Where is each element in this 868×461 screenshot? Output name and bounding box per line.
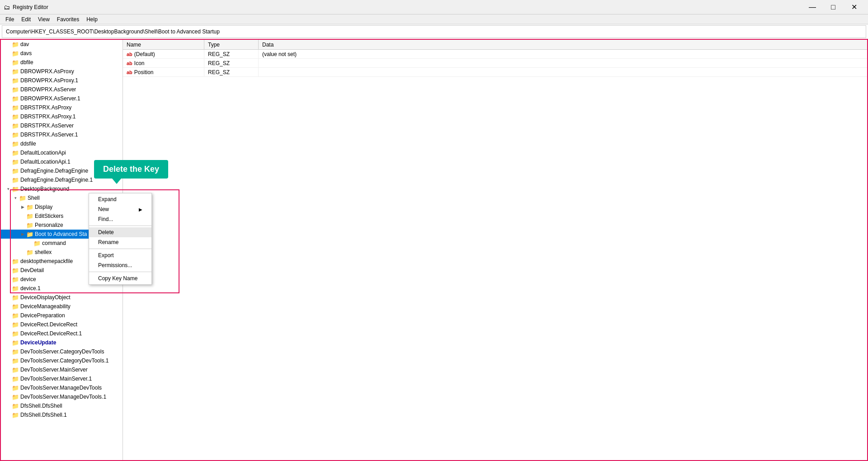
tree-item-devtools-cat1[interactable]: 📁 DevToolsServer.CategoryDevTools.1 xyxy=(1,356,123,365)
ctx-separator-2 xyxy=(89,249,151,249)
address-bar[interactable]: Computer\HKEY_CLASSES_ROOT\DesktopBackgr… xyxy=(2,25,866,38)
tree-item-dbrowprx-server1[interactable]: 📁 DBROWPRX.AsServer.1 xyxy=(1,94,123,103)
tree-item-deviceupdate[interactable]: 📁 DeviceUpdate xyxy=(1,338,123,347)
folder-icon: 📁 xyxy=(12,167,19,174)
ctx-expand[interactable]: Expand xyxy=(89,194,151,204)
ctx-find[interactable]: Find... xyxy=(89,214,151,224)
tree-item-devicedisplay[interactable]: 📁 DeviceDisplayObject xyxy=(1,293,123,302)
tree-item-dbrstprx-server1[interactable]: 📁 DBRSTPRX.AsServer.1 xyxy=(1,130,123,139)
ctx-rename[interactable]: Rename xyxy=(89,237,151,247)
address-path: Computer\HKEY_CLASSES_ROOT\DesktopBackgr… xyxy=(6,28,220,35)
tree-item-device1[interactable]: 📁 device.1 xyxy=(1,284,123,293)
cell-data xyxy=(259,59,867,67)
ctx-copy-key-name[interactable]: Copy Key Name xyxy=(89,273,151,283)
expand-icon xyxy=(5,167,12,174)
folder-icon: 📁 xyxy=(12,312,19,319)
ctx-export[interactable]: Export xyxy=(89,250,151,260)
expand-icon xyxy=(5,68,12,75)
col-name: Name xyxy=(123,40,204,49)
folder-icon: 📁 xyxy=(12,303,19,310)
tree-item-ddsfile[interactable]: 📁 ddsfile xyxy=(1,139,123,148)
folder-icon: 📁 xyxy=(26,221,33,229)
menu-help[interactable]: Help xyxy=(83,14,101,24)
tree-item-defaultlocationapi[interactable]: 📁 DefaultLocationApi xyxy=(1,148,123,157)
expand-icon xyxy=(5,158,12,165)
folder-icon: 📁 xyxy=(12,122,19,129)
expand-icon xyxy=(5,375,12,382)
folder-icon: 📁 xyxy=(12,149,19,156)
expand-icon xyxy=(5,411,12,419)
expand-icon xyxy=(5,77,12,84)
tree-label: DBRSTPRX.AsProxy xyxy=(20,104,71,111)
expand-icon xyxy=(26,240,33,247)
tree-label: DevToolsServer.ManageDevTools xyxy=(20,385,102,391)
ctx-delete[interactable]: Delete xyxy=(89,227,151,237)
expand-icon xyxy=(19,221,26,229)
tree-item-devicerect1[interactable]: 📁 DeviceRect.DeviceRect.1 xyxy=(1,329,123,338)
tree-item-devicerect[interactable]: 📁 DeviceRect.DeviceRect xyxy=(1,320,123,329)
tree-label: DevDetail xyxy=(20,267,44,273)
close-button[interactable]: ✕ xyxy=(844,0,864,14)
expand-icon xyxy=(5,393,12,400)
tree-item-dbrstprx-proxy[interactable]: 📁 DBRSTPRX.AsProxy xyxy=(1,103,123,112)
table-row[interactable]: ab Position REG_SZ xyxy=(123,68,867,77)
expand-icon xyxy=(5,285,12,292)
expand-icon: ▶ xyxy=(19,230,26,238)
tree-item-devtools-main1[interactable]: 📁 DevToolsServer.MainServer.1 xyxy=(1,374,123,383)
tree-item-dbrstprx-proxy1[interactable]: 📁 DBRSTPRX.AsProxy.1 xyxy=(1,112,123,121)
folder-icon: 📁 xyxy=(12,411,19,419)
tree-label: DeviceUpdate xyxy=(20,339,56,346)
cell-type: REG_SZ xyxy=(204,50,259,58)
expand-icon xyxy=(5,59,12,66)
table-row[interactable]: ab (Default) REG_SZ (value not set) xyxy=(123,50,867,59)
menu-favorites[interactable]: Favorites xyxy=(53,14,83,24)
cell-name-default: ab (Default) xyxy=(123,50,204,58)
table-header: Name Type Data xyxy=(123,40,867,50)
table-row[interactable]: ab Icon REG_SZ xyxy=(123,59,867,68)
expand-icon: ▶ xyxy=(19,203,26,211)
tree-label: DefaultLocationApi xyxy=(20,150,66,156)
tree-label: DfsShell.DfsShell xyxy=(20,403,62,409)
folder-icon: 📁 xyxy=(12,113,19,120)
cell-name-position: ab Position xyxy=(123,68,204,76)
expand-icon xyxy=(5,176,12,183)
menu-edit[interactable]: Edit xyxy=(18,14,34,24)
tree-item-devtools-manage1[interactable]: 📁 DevToolsServer.ManageDevTools.1 xyxy=(1,392,123,401)
tree-item-devicemanage[interactable]: 📁 DeviceManageability xyxy=(1,302,123,311)
folder-icon: 📁 xyxy=(12,348,19,355)
ctx-find-label: Find... xyxy=(98,216,113,222)
tree-item-dfsshell1[interactable]: 📁 DfsShell.DfsShell.1 xyxy=(1,410,123,419)
menu-file[interactable]: File xyxy=(2,14,18,24)
title-bar: 🗂 Registry Editor — □ ✕ xyxy=(0,0,868,14)
tree-item-dbrstprx-server[interactable]: 📁 DBRSTPRX.AsServer xyxy=(1,121,123,130)
tree-item-dbrowprx-proxy1[interactable]: 📁 DBROWPRX.AsProxy.1 xyxy=(1,76,123,85)
ctx-permissions[interactable]: Permissions... xyxy=(89,260,151,270)
tree-label: DBRSTPRX.AsProxy.1 xyxy=(20,113,75,120)
tree-item-devtools-manage[interactable]: 📁 DevToolsServer.ManageDevTools xyxy=(1,383,123,392)
tree-item-deviceprep[interactable]: 📁 DevicePreparation xyxy=(1,311,123,320)
tree-item-dbrowprx-server[interactable]: 📁 DBROWPRX.AsServer xyxy=(1,85,123,94)
col-type: Type xyxy=(204,40,259,49)
folder-icon: 📁 xyxy=(12,393,19,400)
minimize-button[interactable]: — xyxy=(802,0,823,14)
ctx-new[interactable]: New ▶ xyxy=(89,204,151,214)
folder-icon: 📁 xyxy=(12,321,19,328)
menu-view[interactable]: View xyxy=(34,14,53,24)
folder-icon: 📁 xyxy=(33,240,41,247)
tree-item-davs[interactable]: 📁 davs xyxy=(1,49,123,58)
tree-item-dbfile[interactable]: 📁 dbfile xyxy=(1,58,123,67)
tree-item-dbrowprx-proxy[interactable]: 📁 DBROWPRX.AsProxy xyxy=(1,67,123,76)
folder-icon: 📁 xyxy=(12,294,19,301)
expand-icon xyxy=(5,131,12,138)
ctx-new-arrow: ▶ xyxy=(139,207,142,212)
tree-item-devtools-cat[interactable]: 📁 DevToolsServer.CategoryDevTools xyxy=(1,347,123,356)
tree-item-desktopbackground[interactable]: ▾ 📁 DesktopBackground xyxy=(1,184,123,193)
expand-icon xyxy=(5,41,12,48)
value-name: Icon xyxy=(134,60,145,66)
tree-item-devtools-main[interactable]: 📁 DevToolsServer.MainServer xyxy=(1,365,123,374)
tree-item-dfsshell[interactable]: 📁 DfsShell.DfsShell xyxy=(1,401,123,410)
folder-icon: 📁 xyxy=(12,140,19,147)
tree-item-dav[interactable]: 📁 dav xyxy=(1,40,123,49)
maximize-button[interactable]: □ xyxy=(823,0,844,14)
folder-icon: 📁 xyxy=(12,86,19,93)
